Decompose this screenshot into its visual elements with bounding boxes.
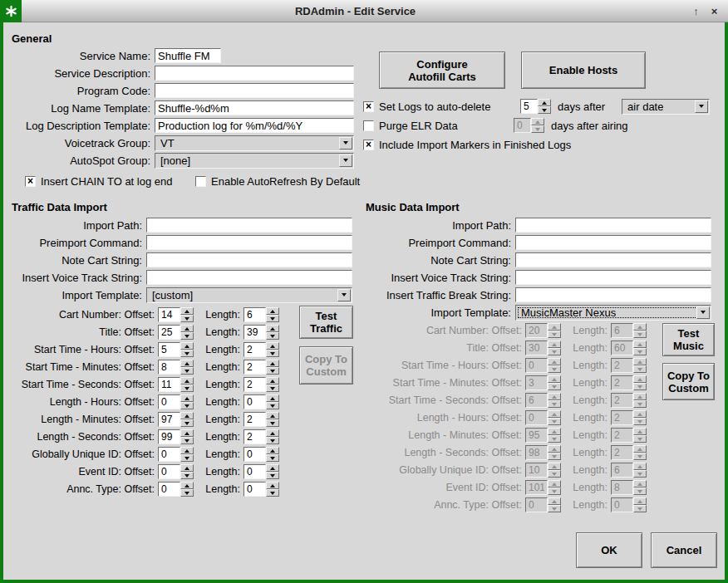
general-service-name-input[interactable]: [155, 48, 221, 63]
checkbox-icon[interactable]: [195, 176, 206, 187]
traffic-cart-number-offset-spinbox-value[interactable]: [158, 307, 180, 322]
traffic-start-time-seconds-offset-spinbox-value[interactable]: [158, 377, 180, 392]
ok-button[interactable]: OK: [576, 532, 642, 568]
spin-down-arrow-icon[interactable]: [538, 106, 551, 114]
traffic-globally-unique-id-length-spinbox[interactable]: [243, 447, 279, 462]
traffic-cart-number-length-spinbox[interactable]: [243, 307, 279, 322]
traffic-start-time-seconds-length-spinbox-value[interactable]: [243, 377, 266, 392]
cancel-button[interactable]: Cancel: [651, 532, 717, 568]
spin-up-arrow-icon[interactable]: [180, 464, 194, 472]
insert-chain-to-checkbox[interactable]: × Insert CHAIN TO at log end: [25, 174, 172, 188]
traffic-annc-type-length-spinbox[interactable]: [243, 482, 279, 497]
spin-down-arrow-icon[interactable]: [266, 419, 279, 427]
traffic-length-seconds-length-spinbox[interactable]: [243, 429, 279, 444]
auto-delete-days-spinbox[interactable]: [520, 99, 551, 114]
music-note-cart-string-input[interactable]: [515, 252, 711, 267]
spin-up-arrow-icon[interactable]: [180, 325, 194, 332]
traffic-annc-type-length-spinbox-value[interactable]: [243, 482, 266, 497]
auto-delete-unit-combo[interactable]: air date: [622, 99, 710, 115]
spin-up-arrow-icon[interactable]: [266, 482, 279, 489]
spin-down-arrow-icon[interactable]: [180, 350, 194, 357]
traffic-globally-unique-id-offset-spinbox[interactable]: [158, 447, 194, 462]
traffic-length-seconds-offset-spinbox[interactable]: [158, 429, 194, 444]
spin-down-arrow-icon[interactable]: [180, 419, 194, 427]
traffic-title-offset-spinbox[interactable]: [158, 325, 194, 340]
music-insert-voice-track-string-input[interactable]: [515, 270, 711, 285]
spin-up-arrow-icon[interactable]: [266, 447, 279, 454]
traffic-length-seconds-length-spinbox-value[interactable]: [243, 429, 266, 444]
spin-down-arrow-icon[interactable]: [266, 332, 279, 340]
spin-up-arrow-icon[interactable]: [180, 482, 194, 489]
traffic-length-hours-length-spinbox-value[interactable]: [243, 394, 266, 409]
traffic-cart-number-offset-spinbox[interactable]: [158, 307, 194, 322]
spin-up-arrow-icon[interactable]: [266, 342, 279, 350]
spin-down-arrow-icon[interactable]: [266, 315, 279, 322]
spin-down-arrow-icon[interactable]: [180, 315, 194, 322]
traffic-event-id-length-spinbox-value[interactable]: [243, 464, 266, 479]
spin-up-arrow-icon[interactable]: [180, 429, 194, 437]
traffic-start-time-minutes-offset-spinbox-value[interactable]: [158, 360, 180, 375]
traffic-event-id-offset-spinbox[interactable]: [158, 464, 194, 479]
traffic-length-hours-offset-spinbox[interactable]: [158, 394, 194, 409]
spin-up-arrow-icon[interactable]: [266, 464, 279, 472]
spin-down-arrow-icon[interactable]: [266, 472, 279, 479]
traffic-start-time-hours-offset-spinbox-value[interactable]: [158, 342, 180, 357]
music-insert-traffic-break-string-input[interactable]: [515, 287, 711, 302]
general-service-description-input[interactable]: [155, 66, 354, 81]
voicetrack-group-combo[interactable]: VT: [155, 135, 354, 151]
close-button-icon[interactable]: ×: [707, 5, 721, 17]
traffic-start-time-hours-length-spinbox-value[interactable]: [243, 342, 266, 357]
spin-up-arrow-icon[interactable]: [180, 307, 194, 315]
checkbox-icon[interactable]: ×: [25, 176, 36, 187]
traffic-length-seconds-offset-spinbox-value[interactable]: [158, 429, 180, 444]
spin-down-arrow-icon[interactable]: [266, 402, 279, 409]
test-traffic-button[interactable]: Test Traffic: [299, 306, 353, 339]
traffic-length-minutes-offset-spinbox-value[interactable]: [158, 412, 180, 427]
general-log-description-template-input[interactable]: [155, 118, 354, 133]
traffic-start-time-hours-offset-spinbox[interactable]: [158, 342, 194, 357]
general-program-code-input[interactable]: [155, 83, 354, 98]
traffic-import-path-input[interactable]: [146, 218, 352, 233]
spin-down-arrow-icon[interactable]: [266, 367, 279, 375]
test-music-button[interactable]: Test Music: [662, 323, 715, 356]
spin-up-arrow-icon[interactable]: [266, 325, 279, 332]
chevron-down-icon[interactable]: [339, 154, 352, 167]
traffic-event-id-length-spinbox[interactable]: [243, 464, 279, 479]
spin-down-arrow-icon[interactable]: [266, 350, 279, 357]
traffic-start-time-minutes-length-spinbox-value[interactable]: [243, 360, 266, 375]
traffic-length-minutes-length-spinbox[interactable]: [243, 412, 279, 427]
spin-up-arrow-icon[interactable]: [266, 412, 279, 419]
spin-up-arrow-icon[interactable]: [266, 360, 279, 367]
traffic-cart-number-length-spinbox-value[interactable]: [243, 307, 266, 322]
auto-delete-days-value[interactable]: [520, 99, 538, 114]
traffic-event-id-offset-spinbox-value[interactable]: [158, 464, 180, 479]
traffic-length-minutes-length-spinbox-value[interactable]: [243, 412, 266, 427]
traffic-globally-unique-id-length-spinbox-value[interactable]: [243, 447, 266, 462]
traffic-length-minutes-offset-spinbox[interactable]: [158, 412, 194, 427]
autospot-group-combo[interactable]: [none]: [155, 153, 354, 169]
traffic-title-length-spinbox-value[interactable]: [243, 325, 266, 340]
enable-hosts-button[interactable]: Enable Hosts: [521, 51, 646, 89]
spin-up-arrow-icon[interactable]: [538, 99, 551, 106]
purge-elr-checkbox[interactable]: [363, 120, 374, 131]
music-import-path-input[interactable]: [515, 218, 711, 233]
shade-button-icon[interactable]: ↑: [689, 5, 703, 17]
traffic-globally-unique-id-offset-spinbox-value[interactable]: [158, 447, 180, 462]
traffic-length-hours-length-spinbox[interactable]: [243, 394, 279, 409]
traffic-start-time-minutes-offset-spinbox[interactable]: [158, 360, 194, 375]
spin-down-arrow-icon[interactable]: [266, 437, 279, 444]
spin-up-arrow-icon[interactable]: [266, 394, 279, 402]
spin-down-arrow-icon[interactable]: [266, 385, 279, 392]
music-preimport-command-input[interactable]: [515, 235, 711, 250]
spin-down-arrow-icon[interactable]: [180, 367, 194, 375]
chevron-down-icon[interactable]: [337, 289, 351, 301]
music-import-template-combo[interactable]: MusicMaster Nexus: [515, 305, 711, 321]
import-markers-checkbox[interactable]: ×: [363, 140, 374, 150]
spin-down-arrow-icon[interactable]: [180, 402, 194, 409]
spin-up-arrow-icon[interactable]: [180, 342, 194, 350]
traffic-preimport-command-input[interactable]: [146, 235, 352, 250]
spin-down-arrow-icon[interactable]: [180, 437, 194, 444]
spin-down-arrow-icon[interactable]: [266, 454, 279, 462]
spin-down-arrow-icon[interactable]: [180, 489, 194, 497]
spin-down-arrow-icon[interactable]: [180, 472, 194, 479]
